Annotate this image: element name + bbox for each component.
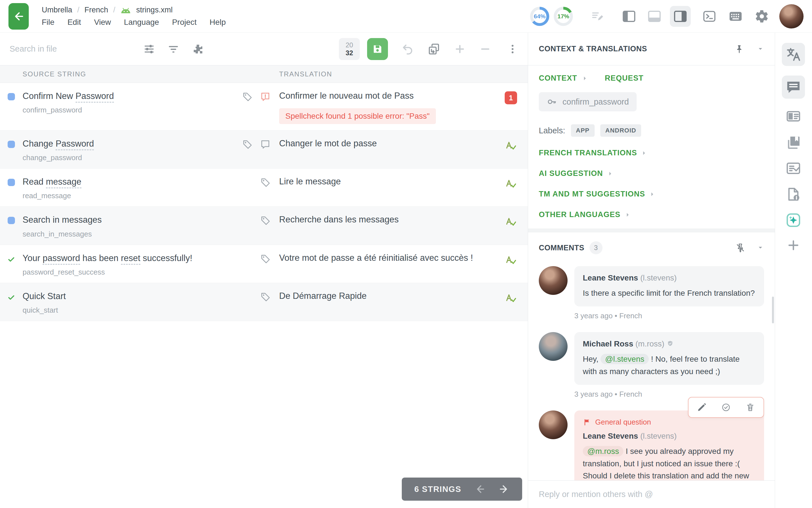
spellcheck-ok-icon bbox=[505, 139, 517, 152]
unpin-icon[interactable] bbox=[735, 243, 745, 253]
panel-collapse-caret-icon[interactable] bbox=[757, 45, 764, 53]
strings-count-pill: 6 STRINGS bbox=[402, 477, 522, 501]
translation-text[interactable]: Recherche dans les messages bbox=[279, 215, 491, 225]
layout-left-toggle[interactable] bbox=[622, 9, 637, 24]
user-avatar[interactable] bbox=[779, 4, 804, 29]
section-divider bbox=[528, 228, 775, 232]
column-translation[interactable]: TRANSLATION bbox=[279, 70, 528, 78]
menu-file[interactable]: File bbox=[42, 18, 54, 27]
save-button[interactable] bbox=[367, 38, 388, 60]
next-string-arrow-icon[interactable] bbox=[499, 483, 510, 495]
qa-checklist-panel-icon[interactable] bbox=[785, 160, 802, 176]
edit-comment-icon[interactable] bbox=[697, 403, 707, 412]
layout-right-toggle-active[interactable] bbox=[670, 6, 691, 27]
string-key: change_password bbox=[23, 153, 234, 162]
translation-text[interactable]: Changer le mot de passe bbox=[279, 138, 491, 149]
comment-item: Leane Stevens (l.stevens) Is there a spe… bbox=[539, 266, 764, 320]
search-input[interactable] bbox=[10, 44, 131, 53]
comments-panel-icon[interactable] bbox=[782, 76, 805, 99]
copy-source-icon[interactable] bbox=[427, 43, 440, 55]
string-key-chip[interactable]: confirm_password bbox=[539, 92, 637, 111]
comment-bubble-icon[interactable] bbox=[260, 139, 271, 150]
previous-string-arrow-icon[interactable] bbox=[474, 483, 485, 495]
tag-icon[interactable] bbox=[260, 253, 271, 264]
translated-progress-ring[interactable]: 64% bbox=[530, 7, 549, 26]
tag-icon[interactable] bbox=[260, 215, 271, 226]
search-settings-icon[interactable] bbox=[143, 43, 155, 55]
filter-icon[interactable] bbox=[168, 43, 179, 55]
menu-project[interactable]: Project bbox=[172, 18, 197, 27]
tag-icon[interactable] bbox=[242, 91, 253, 102]
undo-icon[interactable] bbox=[401, 43, 414, 55]
ai-assistant-panel-icon[interactable] bbox=[785, 212, 802, 228]
commenter-avatar[interactable] bbox=[539, 332, 567, 361]
context-tab[interactable]: CONTEXT bbox=[539, 74, 577, 83]
glossary-term: password bbox=[43, 253, 80, 265]
tag-icon[interactable] bbox=[260, 292, 271, 302]
comment-author[interactable]: Michael Ross bbox=[583, 339, 633, 348]
comment-author[interactable]: Leane Stevens bbox=[583, 273, 638, 282]
breadcrumb-language[interactable]: French bbox=[85, 6, 108, 14]
label-chip-app[interactable]: APP bbox=[571, 124, 595, 137]
remove-string-icon[interactable] bbox=[479, 43, 491, 55]
string-row-read-message[interactable]: Read message read_message Lire le messag… bbox=[0, 169, 528, 207]
comments-collapse-caret-icon[interactable] bbox=[757, 244, 764, 251]
string-list: Confirm New Password confirm_password Co… bbox=[0, 83, 528, 508]
string-row-change-password[interactable]: Change Password change_password Changer … bbox=[0, 130, 528, 169]
console-icon[interactable] bbox=[702, 9, 717, 24]
column-source[interactable]: SOURCE STRING bbox=[23, 70, 279, 78]
tag-icon[interactable] bbox=[260, 177, 271, 188]
delete-comment-icon[interactable] bbox=[745, 403, 755, 412]
drafts-icon[interactable] bbox=[591, 10, 604, 23]
string-row-password-reset-success[interactable]: Your password has been reset successfull… bbox=[0, 245, 528, 283]
menu-language[interactable]: Language bbox=[124, 18, 159, 27]
caret-right-icon bbox=[641, 150, 647, 156]
comment-meta: 3 years ago • French bbox=[574, 311, 764, 320]
add-string-icon[interactable] bbox=[454, 43, 466, 55]
mention-chip[interactable]: @l.stevens bbox=[601, 354, 649, 364]
layout-bottom-toggle[interactable] bbox=[647, 9, 662, 24]
label-chip-android[interactable]: ANDROID bbox=[600, 124, 641, 137]
resolve-comment-icon[interactable] bbox=[721, 403, 731, 412]
more-options-icon[interactable] bbox=[507, 43, 518, 55]
plugins-puzzle-icon[interactable] bbox=[192, 43, 204, 55]
translation-text[interactable]: Lire le message bbox=[279, 176, 491, 186]
translation-text[interactable]: Confirmer le nouveau mot de Pass bbox=[279, 91, 491, 101]
add-panel-icon[interactable] bbox=[786, 238, 801, 253]
comment-author[interactable]: Leane Stevens bbox=[583, 432, 638, 440]
commenter-avatar[interactable] bbox=[539, 411, 567, 439]
breadcrumb-file[interactable]: strings.xml bbox=[136, 6, 173, 14]
section-french-translations[interactable]: FRENCH TRANSLATIONS bbox=[539, 149, 764, 157]
issue-count-badge[interactable]: 1 bbox=[505, 91, 517, 104]
string-row-search-in-messages[interactable]: Search in messages search_in_messages Re… bbox=[0, 207, 528, 245]
approved-progress-ring[interactable]: 17% bbox=[554, 7, 573, 26]
menu-help[interactable]: Help bbox=[210, 18, 226, 27]
comments-scrollbar[interactable] bbox=[772, 297, 774, 323]
menu-view[interactable]: View bbox=[94, 18, 111, 27]
section-other-languages[interactable]: OTHER LANGUAGES bbox=[539, 210, 764, 219]
issue-icon[interactable] bbox=[260, 91, 271, 102]
breadcrumb-project[interactable]: Umbrella bbox=[42, 6, 72, 14]
file-info-panel-icon[interactable] bbox=[785, 186, 802, 202]
mention-chip[interactable]: @m.ross bbox=[583, 446, 624, 456]
string-row-confirm-password[interactable]: Confirm New Password confirm_password Co… bbox=[0, 83, 528, 130]
reply-input[interactable] bbox=[539, 490, 764, 499]
settings-gear-icon[interactable] bbox=[755, 9, 769, 24]
menu-edit[interactable]: Edit bbox=[68, 18, 81, 27]
glossary-panel-icon[interactable] bbox=[785, 134, 802, 151]
section-ai-suggestion[interactable]: AI SUGGESTION bbox=[539, 169, 764, 178]
translation-text[interactable]: Votre mot de passe a été réinitialisé av… bbox=[279, 253, 491, 263]
section-tm-mt-suggestions[interactable]: TM AND MT SUGGESTIONS bbox=[539, 190, 764, 199]
tag-icon[interactable] bbox=[242, 139, 253, 150]
pin-icon[interactable] bbox=[734, 44, 744, 54]
commenter-avatar[interactable] bbox=[539, 266, 567, 295]
translations-panel-icon[interactable] bbox=[782, 43, 805, 66]
back-button[interactable] bbox=[8, 3, 29, 30]
string-key: read_message bbox=[23, 192, 234, 200]
string-row-quick-start[interactable]: Quick Start quick_start De Démarrage Rap… bbox=[0, 283, 528, 321]
keyboard-shortcuts-icon[interactable] bbox=[728, 9, 743, 24]
spellcheck-ok-icon bbox=[505, 253, 517, 266]
translation-text[interactable]: De Démarrage Rapide bbox=[279, 291, 491, 301]
request-context-link[interactable]: REQUEST bbox=[605, 74, 644, 83]
context-card-panel-icon[interactable] bbox=[785, 108, 802, 125]
